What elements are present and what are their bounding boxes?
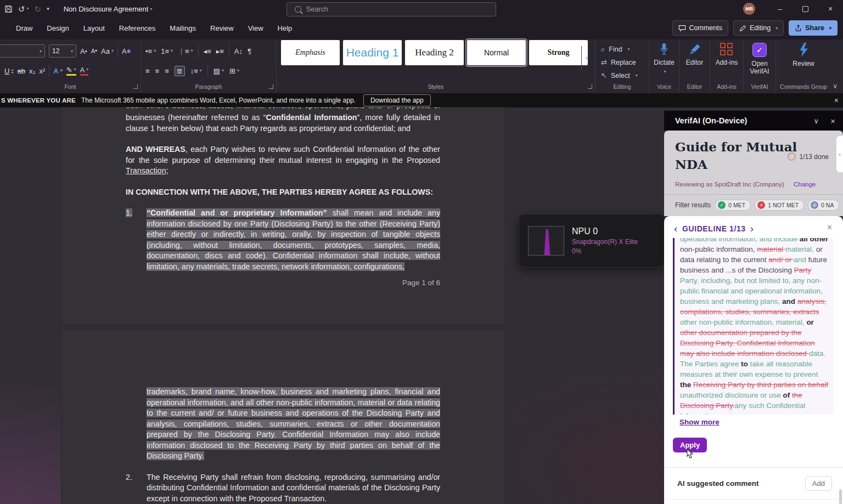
shrink-font-button[interactable]: A▾: [91, 48, 97, 54]
filter-badge-na[interactable]: ⊘0 NA: [808, 200, 839, 211]
undo-button[interactable]: ↺▾: [18, 5, 29, 13]
bullet-list-button[interactable]: •≡▾: [145, 48, 156, 55]
editor-group: Editor Editor: [679, 39, 710, 92]
highlight-color-button[interactable]: ✎▾: [66, 66, 76, 76]
borders-button[interactable]: ⊞▾: [229, 67, 239, 75]
panel-collapse-icon[interactable]: ∨: [813, 111, 819, 131]
tab-view[interactable]: View: [241, 18, 271, 39]
document-title[interactable]: Non Disclosure Agreement▾: [64, 5, 153, 13]
editing-mode-button[interactable]: Editing▾: [733, 20, 784, 36]
decrease-indent-button[interactable]: ◂≡: [204, 48, 211, 55]
addins-button[interactable]: Add-ins: [710, 43, 743, 66]
underline-button[interactable]: U▾: [4, 67, 13, 75]
sort-button[interactable]: A↕: [234, 48, 243, 55]
align-center-button[interactable]: ≡: [155, 67, 160, 75]
npu-monitor-widget: NPU 0 Snapdragon(R) X Elite 0%: [519, 214, 665, 268]
styles-dialog-launcher[interactable]: [588, 84, 592, 89]
tab-references[interactable]: References: [112, 18, 162, 39]
verifai-panel: VerifAI (On-Device) ∨ × Guide for Mutual…: [664, 111, 843, 504]
page-indicator: Page 1 of 6: [402, 279, 440, 287]
save-icon[interactable]: [4, 5, 13, 13]
tab-layout[interactable]: Layout: [76, 18, 112, 39]
style-strong[interactable]: Strong: [529, 40, 588, 65]
close-button[interactable]: ×: [818, 0, 843, 18]
document-page-1[interactable]: each other's business, assets, financial…: [61, 107, 505, 325]
share-icon: [795, 25, 802, 32]
panel-close-icon[interactable]: ×: [830, 111, 835, 131]
tab-help[interactable]: Help: [271, 18, 300, 39]
progress-spinner-icon: [788, 152, 796, 161]
share-button[interactable]: Share▾: [789, 20, 838, 36]
styles-gallery-more-button[interactable]: ▾: [581, 46, 592, 70]
search-placeholder: Search: [306, 5, 328, 13]
filter-badge-met[interactable]: ✓0 MET: [715, 200, 751, 211]
npu-chip-name: Snapdragon(R) X Elite: [572, 238, 638, 246]
increase-indent-button[interactable]: ▸≡: [216, 48, 224, 55]
tab-draw[interactable]: Draw: [9, 18, 40, 39]
line-spacing-button[interactable]: ↕≡▾: [190, 67, 202, 75]
align-right-button[interactable]: ≡: [165, 67, 169, 75]
grow-font-button[interactable]: A▴: [80, 48, 87, 55]
download-app-button[interactable]: Download the app: [363, 94, 431, 106]
show-more-link[interactable]: Show more: [679, 418, 720, 426]
subscript-button[interactable]: x₂: [29, 67, 36, 75]
filter-badge-notmet[interactable]: ×1 NOT MET: [755, 200, 804, 211]
replace-button[interactable]: ⇄Replace: [601, 56, 649, 68]
redline-diff: operational information, and include all…: [673, 238, 834, 415]
redo-button[interactable]: ↻: [35, 5, 42, 13]
tab-design[interactable]: Design: [40, 18, 76, 39]
search-input[interactable]: Search: [286, 2, 496, 16]
minimize-button[interactable]: –: [767, 0, 793, 18]
clear-formatting-button[interactable]: A◆: [122, 48, 131, 55]
strikethrough-button[interactable]: ab: [17, 67, 25, 75]
tab-mailings[interactable]: Mailings: [162, 18, 203, 39]
tab-review[interactable]: Review: [203, 18, 241, 39]
diff-segment-norm: to: [741, 360, 750, 368]
guide-progress: 1/13 done: [788, 152, 829, 161]
font-color-button[interactable]: A▾: [80, 66, 89, 76]
font-dialog-launcher[interactable]: [133, 84, 138, 89]
comments-button[interactable]: Comments: [672, 20, 728, 36]
review-command-button[interactable]: Review: [776, 43, 831, 67]
style-heading1[interactable]: Heading 1: [343, 40, 402, 65]
document-page-2[interactable]: trademarks, brand name, know-how, busine…: [61, 330, 505, 504]
doc-paragraph: IN CONNECTION WITH THE ABOVE, THE PARTIE…: [126, 187, 440, 198]
text-effects-button[interactable]: A▾: [53, 67, 62, 75]
font-size-combo[interactable]: 12▾: [49, 44, 76, 58]
addins-group: Add-ins Add-ins: [710, 39, 744, 92]
numbered-list-button[interactable]: 1≡▾: [161, 48, 173, 55]
restore-button[interactable]: [793, 0, 818, 18]
panel-scrollbar[interactable]: [839, 489, 842, 504]
find-button[interactable]: ⌕Find▾: [601, 43, 649, 55]
style-emphasis[interactable]: Emphasis: [281, 40, 340, 65]
replace-icon: ⇄: [601, 58, 607, 66]
add-comment-button[interactable]: Add: [805, 476, 832, 491]
align-left-button[interactable]: ≡: [145, 67, 150, 75]
shading-button[interactable]: ▨▾: [213, 67, 224, 75]
select-button[interactable]: ↖Select▾: [601, 70, 649, 81]
paragraph-dialog-launcher[interactable]: [269, 84, 273, 89]
banner-close-icon[interactable]: ×: [834, 96, 839, 105]
avatar[interactable]: MB: [743, 3, 755, 15]
collapse-ribbon-button[interactable]: ∨: [833, 82, 838, 90]
customize-qat-icon[interactable]: ▾: [47, 7, 49, 12]
mobile-app-banner: S WHEREVER YOU ARE The Microsoft 365 mob…: [0, 93, 843, 107]
doc-text-run: trademarks, brand name, know-how, busine…: [147, 387, 440, 460]
next-guideline-button[interactable]: ›: [750, 223, 754, 235]
panel-expand-tab[interactable]: ‹: [836, 136, 843, 172]
font-name-combo[interactable]: ▾: [0, 44, 45, 58]
justify-button[interactable]: ≣: [175, 66, 185, 76]
change-link[interactable]: Change: [794, 181, 816, 188]
editor-button[interactable]: Editor: [679, 43, 710, 66]
prev-guideline-button[interactable]: ‹: [674, 223, 678, 235]
show-formatting-button[interactable]: ¶: [248, 48, 251, 55]
open-verifai-button[interactable]: ✓ Open VerifAI: [744, 43, 775, 76]
style-heading2[interactable]: Heading 2: [405, 40, 464, 65]
guideline-close-icon[interactable]: ×: [827, 223, 832, 233]
style-normal[interactable]: Normal: [467, 40, 526, 65]
superscript-button[interactable]: x²: [39, 67, 45, 75]
dictate-button[interactable]: Dictate▾: [649, 43, 679, 75]
top-actions: Comments Editing▾ Share▾: [672, 20, 838, 36]
change-case-button[interactable]: Aa▾: [101, 48, 114, 55]
multilevel-list-button[interactable]: ⋮≡▾: [178, 48, 193, 55]
